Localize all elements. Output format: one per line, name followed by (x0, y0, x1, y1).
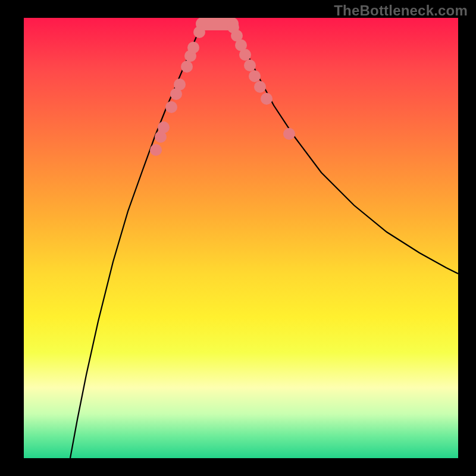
watermark-text: TheBottleneck.com (334, 2, 468, 19)
marker-dot (187, 42, 199, 54)
plot-area (24, 18, 458, 458)
marker-dot (165, 101, 177, 113)
marker-dot (283, 128, 295, 140)
curve-svg (24, 18, 458, 458)
marker-dot (193, 26, 205, 38)
marker-dot (249, 70, 261, 82)
chart-frame: TheBottleneck.com (0, 0, 476, 476)
marker-dot (254, 81, 266, 93)
marker-dot (181, 61, 193, 73)
marker-dot (261, 93, 273, 105)
marker-layer (150, 18, 295, 156)
marker-dot (244, 60, 256, 71)
marker-dot (150, 144, 162, 156)
marker-dot (239, 49, 251, 61)
marker-dot (158, 121, 170, 133)
marker-dot (174, 79, 186, 90)
